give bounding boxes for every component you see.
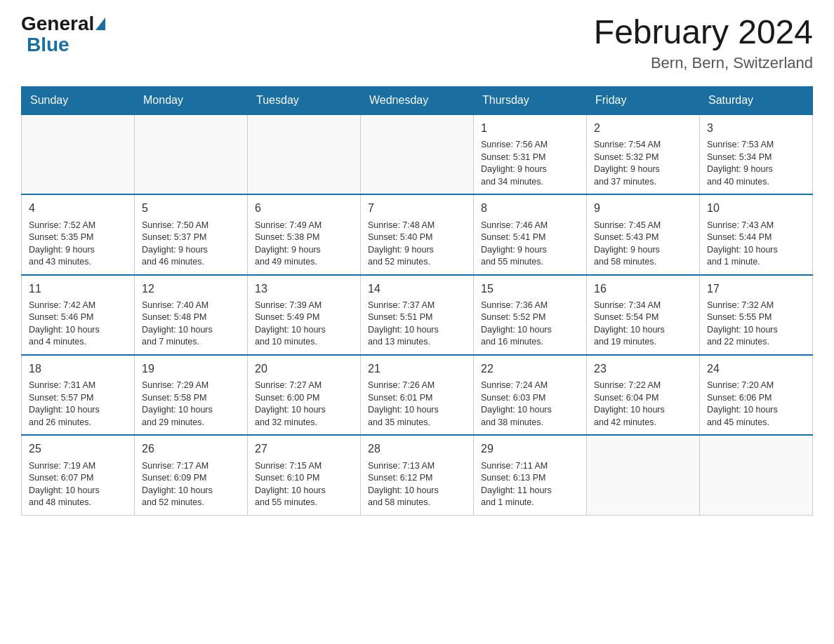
day-number: 21 (368, 361, 466, 377)
weekday-header-row: SundayMondayTuesdayWednesdayThursdayFrid… (22, 86, 813, 114)
day-info: Sunrise: 7:52 AM Sunset: 5:35 PM Dayligh… (29, 220, 127, 269)
calendar-week-1: 1Sunrise: 7:56 AM Sunset: 5:31 PM Daylig… (22, 114, 813, 194)
day-info: Sunrise: 7:34 AM Sunset: 5:54 PM Dayligh… (594, 300, 692, 349)
weekday-header-sunday: Sunday (22, 86, 135, 114)
calendar-cell: 20Sunrise: 7:27 AM Sunset: 6:00 PM Dayli… (248, 355, 361, 435)
logo-blue-text: Blue (27, 34, 70, 56)
calendar-cell: 11Sunrise: 7:42 AM Sunset: 5:46 PM Dayli… (22, 275, 135, 355)
day-number: 11 (29, 281, 127, 297)
page-header: General Blue February 2024 Bern, Bern, S… (21, 14, 813, 72)
calendar-cell: 10Sunrise: 7:43 AM Sunset: 5:44 PM Dayli… (700, 194, 813, 274)
day-number: 10 (707, 201, 805, 216)
month-title: February 2024 (594, 14, 813, 51)
day-number: 29 (481, 441, 579, 457)
day-number: 12 (142, 281, 240, 297)
calendar-cell: 9Sunrise: 7:45 AM Sunset: 5:43 PM Daylig… (587, 194, 700, 274)
calendar-week-3: 11Sunrise: 7:42 AM Sunset: 5:46 PM Dayli… (22, 275, 813, 355)
day-info: Sunrise: 7:32 AM Sunset: 5:55 PM Dayligh… (707, 300, 805, 349)
day-number: 14 (368, 281, 466, 297)
day-info: Sunrise: 7:27 AM Sunset: 6:00 PM Dayligh… (255, 380, 353, 429)
day-number: 20 (255, 361, 353, 377)
day-number: 23 (594, 361, 692, 377)
calendar-cell: 3Sunrise: 7:53 AM Sunset: 5:34 PM Daylig… (700, 114, 813, 194)
day-number: 4 (29, 201, 127, 216)
calendar-cell: 7Sunrise: 7:48 AM Sunset: 5:40 PM Daylig… (361, 194, 474, 274)
weekday-header-thursday: Thursday (474, 86, 587, 114)
day-info: Sunrise: 7:22 AM Sunset: 6:04 PM Dayligh… (594, 380, 692, 429)
logo-general-text: General (21, 14, 94, 34)
day-info: Sunrise: 7:17 AM Sunset: 6:09 PM Dayligh… (142, 460, 240, 509)
weekday-header-saturday: Saturday (700, 86, 813, 114)
day-info: Sunrise: 7:45 AM Sunset: 5:43 PM Dayligh… (594, 220, 692, 269)
logo: General Blue (21, 14, 107, 56)
calendar-cell: 14Sunrise: 7:37 AM Sunset: 5:51 PM Dayli… (361, 275, 474, 355)
day-number: 19 (142, 361, 240, 377)
day-info: Sunrise: 7:49 AM Sunset: 5:38 PM Dayligh… (255, 220, 353, 269)
calendar-cell: 8Sunrise: 7:46 AM Sunset: 5:41 PM Daylig… (474, 194, 587, 274)
day-number: 6 (255, 201, 353, 216)
calendar-table: SundayMondayTuesdayWednesdayThursdayFrid… (21, 86, 813, 516)
day-number: 18 (29, 361, 127, 377)
day-info: Sunrise: 7:56 AM Sunset: 5:31 PM Dayligh… (481, 139, 579, 188)
location-title: Bern, Bern, Switzerland (594, 54, 813, 72)
calendar-week-4: 18Sunrise: 7:31 AM Sunset: 5:57 PM Dayli… (22, 355, 813, 435)
calendar-week-2: 4Sunrise: 7:52 AM Sunset: 5:35 PM Daylig… (22, 194, 813, 274)
calendar-cell: 17Sunrise: 7:32 AM Sunset: 5:55 PM Dayli… (700, 275, 813, 355)
day-number: 2 (594, 121, 692, 136)
weekday-header-wednesday: Wednesday (361, 86, 474, 114)
day-info: Sunrise: 7:40 AM Sunset: 5:48 PM Dayligh… (142, 300, 240, 349)
calendar-cell: 26Sunrise: 7:17 AM Sunset: 6:09 PM Dayli… (135, 435, 248, 515)
weekday-header-monday: Monday (135, 86, 248, 114)
day-info: Sunrise: 7:37 AM Sunset: 5:51 PM Dayligh… (368, 300, 466, 349)
calendar-cell: 28Sunrise: 7:13 AM Sunset: 6:12 PM Dayli… (361, 435, 474, 515)
day-info: Sunrise: 7:24 AM Sunset: 6:03 PM Dayligh… (481, 380, 579, 429)
day-info: Sunrise: 7:54 AM Sunset: 5:32 PM Dayligh… (594, 139, 692, 188)
calendar-cell: 15Sunrise: 7:36 AM Sunset: 5:52 PM Dayli… (474, 275, 587, 355)
day-number: 26 (142, 441, 240, 457)
calendar-cell (22, 114, 135, 194)
calendar-cell: 16Sunrise: 7:34 AM Sunset: 5:54 PM Dayli… (587, 275, 700, 355)
day-info: Sunrise: 7:29 AM Sunset: 5:58 PM Dayligh… (142, 380, 240, 429)
day-number: 22 (481, 361, 579, 377)
calendar-cell: 1Sunrise: 7:56 AM Sunset: 5:31 PM Daylig… (474, 114, 587, 194)
day-number: 7 (368, 201, 466, 216)
calendar-cell (248, 114, 361, 194)
logo-triangle-icon (95, 18, 105, 30)
calendar-cell: 22Sunrise: 7:24 AM Sunset: 6:03 PM Dayli… (474, 355, 587, 435)
day-number: 8 (481, 201, 579, 216)
day-info: Sunrise: 7:13 AM Sunset: 6:12 PM Dayligh… (368, 460, 466, 509)
day-info: Sunrise: 7:39 AM Sunset: 5:49 PM Dayligh… (255, 300, 353, 349)
calendar-cell: 18Sunrise: 7:31 AM Sunset: 5:57 PM Dayli… (22, 355, 135, 435)
calendar-cell: 4Sunrise: 7:52 AM Sunset: 5:35 PM Daylig… (22, 194, 135, 274)
day-info: Sunrise: 7:11 AM Sunset: 6:13 PM Dayligh… (481, 460, 579, 509)
calendar-cell: 6Sunrise: 7:49 AM Sunset: 5:38 PM Daylig… (248, 194, 361, 274)
day-number: 17 (707, 281, 805, 297)
day-info: Sunrise: 7:26 AM Sunset: 6:01 PM Dayligh… (368, 380, 466, 429)
day-number: 5 (142, 201, 240, 216)
title-block: February 2024 Bern, Bern, Switzerland (594, 14, 813, 72)
calendar-cell: 13Sunrise: 7:39 AM Sunset: 5:49 PM Dayli… (248, 275, 361, 355)
day-info: Sunrise: 7:50 AM Sunset: 5:37 PM Dayligh… (142, 220, 240, 269)
calendar-cell: 23Sunrise: 7:22 AM Sunset: 6:04 PM Dayli… (587, 355, 700, 435)
day-info: Sunrise: 7:20 AM Sunset: 6:06 PM Dayligh… (707, 380, 805, 429)
calendar-cell: 27Sunrise: 7:15 AM Sunset: 6:10 PM Dayli… (248, 435, 361, 515)
calendar-cell (361, 114, 474, 194)
day-number: 27 (255, 441, 353, 457)
calendar-cell: 12Sunrise: 7:40 AM Sunset: 5:48 PM Dayli… (135, 275, 248, 355)
day-number: 25 (29, 441, 127, 457)
weekday-header-friday: Friday (587, 86, 700, 114)
day-info: Sunrise: 7:43 AM Sunset: 5:44 PM Dayligh… (707, 220, 805, 269)
day-number: 24 (707, 361, 805, 377)
calendar-week-5: 25Sunrise: 7:19 AM Sunset: 6:07 PM Dayli… (22, 435, 813, 515)
day-info: Sunrise: 7:48 AM Sunset: 5:40 PM Dayligh… (368, 220, 466, 269)
calendar-cell: 25Sunrise: 7:19 AM Sunset: 6:07 PM Dayli… (22, 435, 135, 515)
day-number: 3 (707, 121, 805, 136)
calendar-cell: 2Sunrise: 7:54 AM Sunset: 5:32 PM Daylig… (587, 114, 700, 194)
calendar-cell: 19Sunrise: 7:29 AM Sunset: 5:58 PM Dayli… (135, 355, 248, 435)
day-number: 9 (594, 201, 692, 216)
day-number: 16 (594, 281, 692, 297)
calendar-cell: 29Sunrise: 7:11 AM Sunset: 6:13 PM Dayli… (474, 435, 587, 515)
day-info: Sunrise: 7:53 AM Sunset: 5:34 PM Dayligh… (707, 139, 805, 188)
calendar-cell (700, 435, 813, 515)
calendar-cell (135, 114, 248, 194)
